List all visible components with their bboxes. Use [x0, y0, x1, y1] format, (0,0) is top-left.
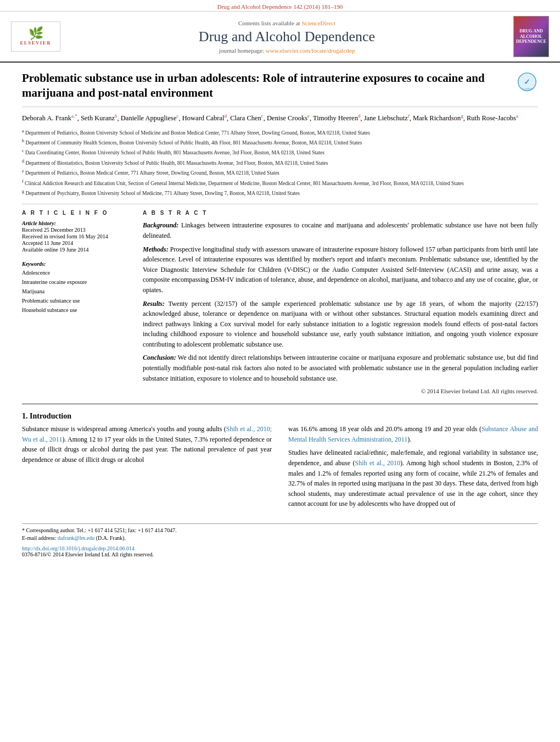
- methods-label: Methods:: [143, 246, 169, 253]
- crossmark-container: ✓ CrossMark: [516, 71, 538, 93]
- abstract-background: Background: Linkages between intrauterin…: [143, 220, 538, 241]
- keywords-list: Adolescence Intrauterine cocaine exposur…: [22, 268, 126, 315]
- journal-citation: Drug and Alcohol Dependence 142 (2014) 1…: [217, 3, 343, 10]
- abstract-text: Background: Linkages between intrauterin…: [143, 220, 538, 396]
- article-history: Article history: Received 25 December 20…: [22, 220, 126, 253]
- keyword-4: Problematic substance use: [22, 296, 126, 305]
- keywords-section: Keywords: Adolescence Intrauterine cocai…: [22, 259, 126, 315]
- abstract-conclusion: Conclusion: We did not identify direct r…: [143, 353, 538, 383]
- keywords-label: Keywords:: [22, 261, 46, 267]
- email-link[interactable]: dafrank@lm.edu: [58, 535, 94, 541]
- main-content: Problematic substance use in urban adole…: [0, 63, 560, 568]
- elsevier-tree-icon: 🌿: [29, 27, 43, 40]
- conclusion-label: Conclusion:: [143, 354, 176, 361]
- affiliation-a: a Department of Pediatrics, Boston Unive…: [22, 128, 538, 137]
- abstract-methods: Methods: Prospective longitudinal study …: [143, 244, 538, 295]
- journal-center-header: Contents lists available at ScienceDirec…: [60, 20, 513, 54]
- authors-line: Deborah A. Franka,*, Seth Kuranzb, Danie…: [22, 113, 538, 124]
- journal-cover-thumbnail: DRUG AND ALCOHOLDEPENDENCE: [513, 16, 549, 57]
- keyword-2: Intrauterine cocaine exposure: [22, 277, 126, 287]
- abstract-heading: A B S T R A C T: [143, 210, 538, 216]
- journal-header: 🌿 ELSEVIER Contents lists available at S…: [0, 12, 560, 63]
- received-date: Received 25 December 2013: [22, 227, 126, 233]
- intro-left-col: Substance misuse is widespread among Ame…: [22, 424, 272, 512]
- journal-citation-bar: Drug and Alcohol Dependence 142 (2014) 1…: [0, 0, 560, 12]
- keyword-5: Household substance use: [22, 305, 126, 315]
- affiliation-b: b Department of Community Health Science…: [22, 138, 538, 147]
- results-label: Results:: [143, 300, 165, 308]
- available-online-date: Available online 19 June 2014: [22, 247, 126, 253]
- intro-two-col: Substance misuse is widespread among Ame…: [22, 424, 538, 512]
- received-revised-date: Received in revised form 16 May 2014: [22, 233, 126, 239]
- intro-right-col: was 16.6% among 18 year olds and 20.0% a…: [288, 424, 538, 512]
- affiliation-f: f Clinical Addiction Research and Educat…: [22, 178, 538, 187]
- svg-text:CrossMark: CrossMark: [522, 87, 533, 90]
- journal-title: Drug and Alcohol Dependence: [60, 29, 513, 45]
- article-info-abstract-section: A R T I C L E I N F O Article history: R…: [22, 210, 538, 396]
- introduction-section: 1. Introduction Substance misuse is wide…: [22, 412, 538, 512]
- samhsa-link[interactable]: Substance Abuse and Mental Health Servic…: [288, 425, 538, 443]
- elsevier-logo: 🌿 ELSEVIER: [11, 21, 60, 52]
- background-label: Background:: [143, 221, 178, 229]
- article-info-heading: A R T I C L E I N F O: [22, 210, 126, 216]
- elsevier-brand-text: ELSEVIER: [20, 41, 51, 46]
- affiliation-g: g Department of Psychiatry, Boston Unive…: [22, 188, 538, 197]
- article-info-col: A R T I C L E I N F O Article history: R…: [22, 210, 126, 396]
- doi-anchor[interactable]: http://dx.doi.org/10.1016/j.drugalcdep.2…: [22, 545, 135, 551]
- history-label: Article history:: [22, 220, 56, 226]
- abstract-results: Results: Twenty percent (32/157) of the …: [143, 299, 538, 350]
- issn-line: 0376-8716/© 2014 Elsevier Ireland Ltd. A…: [22, 551, 538, 557]
- affiliation-d: d Department of Biostatistics, Boston Un…: [22, 158, 538, 167]
- affiliation-c: c Data Coordinating Center, Boston Unive…: [22, 148, 538, 157]
- article-title-section: Problematic substance use in urban adole…: [22, 71, 538, 107]
- intro-text-right: was 16.6% among 18 year olds and 20.0% a…: [288, 424, 538, 509]
- abstract-col: A B S T R A C T Background: Linkages bet…: [143, 210, 538, 396]
- crossmark-icon: ✓ CrossMark: [517, 72, 537, 92]
- doi-section: http://dx.doi.org/10.1016/j.drugalcdep.2…: [22, 545, 538, 557]
- contents-line: Contents lists available at ScienceDirec…: [60, 20, 513, 26]
- homepage-link[interactable]: www.elsevier.com/locate/drugalcdep: [266, 47, 355, 54]
- shih-link-2[interactable]: Shih et al., 2010: [355, 459, 401, 467]
- corresponding-footnote: * Corresponding author. Tel.: +1 617 414…: [22, 527, 538, 533]
- intro-text-left: Substance misuse is widespread among Ame…: [22, 424, 272, 465]
- svg-text:✓: ✓: [524, 77, 530, 86]
- keyword-3: Marijuana: [22, 287, 126, 296]
- email-footnote: E-mail address: dafrank@lm.edu (D.A. Fra…: [22, 535, 538, 541]
- affiliations-section: a Department of Pediatrics, Boston Unive…: [22, 128, 538, 205]
- shih-wu-link[interactable]: Shih et al., 2010; Wu et al., 2011: [22, 425, 272, 443]
- keyword-1: Adolescence: [22, 268, 126, 277]
- accepted-date: Accepted 11 June 2014: [22, 240, 126, 246]
- copyright-notice: © 2014 Elsevier Ireland Ltd. All rights …: [143, 387, 538, 396]
- journal-homepage: journal homepage: www.elsevier.com/locat…: [60, 47, 513, 54]
- doi-link-line: http://dx.doi.org/10.1016/j.drugalcdep.2…: [22, 545, 538, 551]
- section-divider: [22, 404, 538, 404]
- sciencedirect-link[interactable]: ScienceDirect: [301, 20, 335, 26]
- footnote-section: * Corresponding author. Tel.: +1 617 414…: [22, 523, 538, 541]
- article-title: Problematic substance use in urban adole…: [22, 71, 516, 101]
- intro-heading: 1. Introduction: [22, 412, 538, 421]
- affiliation-e: e Department of Pediatrics, Boston Medic…: [22, 168, 538, 177]
